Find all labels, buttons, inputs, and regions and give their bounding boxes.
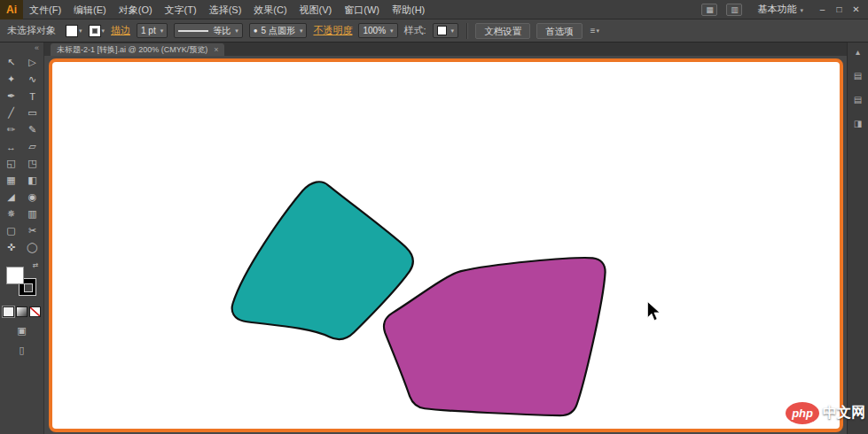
teal-shape[interactable] — [232, 182, 413, 339]
panel-icon-2[interactable]: ▤ — [854, 95, 862, 105]
stroke-panel-link[interactable]: 描边 — [111, 24, 130, 37]
minimize-button[interactable]: – — [814, 4, 831, 14]
paintbrush-tool[interactable]: ✏ — [1, 121, 22, 138]
document-tab[interactable]: 未标题-2-1 [转换].ai @ 200% (CMYK/预览) × — [51, 43, 224, 56]
menu-bar: Ai 文件(F)编辑(E)对象(O)文字(T)选择(S)效果(C)视图(V)窗口… — [0, 0, 868, 19]
right-dock: ▴▤▤◨ — [847, 43, 868, 434]
menu-item-0[interactable]: 文件(F) — [23, 0, 67, 19]
eyedropper-tool[interactable]: ◢ — [1, 189, 22, 205]
menu-item-2[interactable]: 对象(O) — [113, 0, 159, 19]
hand-tool[interactable]: ✜ — [1, 239, 22, 256]
screen-mode-icon[interactable]: ▯ — [19, 345, 24, 356]
artboard[interactable] — [49, 58, 843, 432]
fill-stroke-indicator: ⇄ — [5, 265, 39, 300]
control-options-menu[interactable]: ≡ ▾ — [589, 26, 599, 35]
stroke-width-combo[interactable]: 1 pt ▾ — [137, 23, 168, 38]
profile-line-icon — [178, 30, 208, 32]
shape-builder-tool[interactable]: ◱ — [1, 155, 22, 172]
draw-mode-icon[interactable]: ▣ — [17, 325, 26, 337]
fill-color-picker[interactable]: ▾ — [66, 25, 82, 37]
opacity-value: 100% — [363, 26, 386, 35]
selection-status: 未选择对象 — [7, 24, 56, 37]
menu-item-6[interactable]: 视图(V) — [293, 0, 339, 19]
fill-swatch — [66, 25, 78, 37]
close-button[interactable]: ✕ — [848, 4, 864, 14]
pencil-tool[interactable]: ✎ — [22, 121, 43, 138]
workspace-label: 基本功能 — [757, 4, 796, 14]
bridge-icon[interactable]: ▦ — [701, 4, 717, 16]
menu-item-7[interactable]: 窗口(W) — [338, 0, 386, 19]
toolbar-collapse-icon[interactable]: « — [30, 43, 43, 54]
menu-item-1[interactable]: 编辑(E) — [67, 0, 113, 19]
magenta-shape[interactable] — [384, 258, 606, 415]
canvas-background — [44, 56, 847, 434]
none-button[interactable] — [29, 306, 41, 317]
width-profile-value: 等比 — [213, 25, 231, 37]
fill-color-indicator[interactable] — [6, 267, 24, 284]
zoom-tool[interactable]: ◯ — [22, 239, 43, 256]
document-tab-bar: 未标题-2-1 [转换].ai @ 200% (CMYK/预览) × — [44, 43, 847, 56]
watermark-text: 中文网 — [823, 404, 865, 422]
perspective-grid-tool[interactable]: ◳ — [22, 155, 43, 172]
line-segment-tool[interactable]: ╱ — [1, 105, 22, 121]
rectangle-tool[interactable]: ▭ — [22, 105, 43, 121]
brush-dot-icon: ● — [254, 27, 258, 35]
symbol-sprayer-tool[interactable]: ✵ — [1, 205, 22, 222]
gradient-button[interactable] — [16, 306, 27, 317]
chevron-down-icon: ▾ — [800, 7, 803, 13]
options-icon: ≡ — [590, 26, 596, 35]
close-icon[interactable]: × — [214, 45, 218, 54]
width-profile-combo[interactable]: 等比 ▾ — [174, 23, 243, 38]
style-swatch — [437, 26, 447, 35]
illustrator-window: Ai 文件(F)编辑(E)对象(O)文字(T)选择(S)效果(C)视图(V)窗口… — [0, 0, 868, 434]
chevron-down-icon: ▾ — [300, 27, 303, 35]
document-tab-title: 未标题-2-1 [转换].ai @ 200% (CMYK/预览) — [57, 44, 207, 56]
panel-icon-1[interactable]: ▤ — [854, 71, 862, 81]
restore-button[interactable]: □ — [831, 4, 848, 14]
gradient-tool[interactable]: ◧ — [22, 172, 43, 189]
style-combo[interactable]: ▾ — [433, 23, 459, 38]
menu-bar-items: 文件(F)编辑(E)对象(O)文字(T)选择(S)效果(C)视图(V)窗口(W)… — [23, 0, 431, 19]
menu-item-8[interactable]: 帮助(H) — [386, 0, 431, 19]
preferences-button[interactable]: 首选项 — [536, 23, 583, 39]
color-button[interactable] — [3, 306, 14, 317]
chevron-down-icon: ▾ — [235, 27, 239, 35]
tools-panel: « ↖▷✦∿✒T╱▭✏✎↔▱◱◳▦◧◢◉✵▥▢✂✜◯ ⇄ ▣ ▯ — [0, 43, 44, 434]
panel-icon-3[interactable]: ◨ — [854, 119, 862, 128]
opacity-panel-link[interactable]: 不透明度 — [313, 24, 352, 37]
stroke-swatch — [89, 25, 101, 37]
php-badge: php — [786, 402, 819, 424]
selection-tool[interactable]: ↖ — [1, 54, 22, 71]
document-area: 未标题-2-1 [转换].ai @ 200% (CMYK/预览) × — [44, 43, 847, 434]
appbar-icons: ▦▥ — [697, 4, 747, 16]
mouse-cursor — [647, 302, 660, 321]
pen-tool[interactable]: ✒ — [1, 88, 22, 105]
brush-name: 5 点圆形 — [262, 25, 295, 37]
slice-tool[interactable]: ✂ — [22, 222, 43, 239]
workspace-switcher[interactable]: 基本功能▾ — [757, 3, 803, 16]
column-graph-tool[interactable]: ▥ — [22, 205, 43, 222]
direct-selection-tool[interactable]: ▷ — [22, 54, 43, 71]
lasso-tool[interactable]: ∿ — [22, 71, 43, 88]
menu-item-5[interactable]: 效果(C) — [247, 0, 293, 19]
brush-combo[interactable]: ● 5 点圆形 ▾ — [249, 23, 308, 38]
paint-buttons — [3, 306, 41, 317]
artboard-tool[interactable]: ▢ — [1, 222, 22, 239]
menu-item-3[interactable]: 文字(T) — [159, 0, 203, 19]
width-tool[interactable]: ↔ — [1, 138, 22, 155]
document-setup-button[interactable]: 文档设置 — [475, 23, 530, 39]
free-transform-tool[interactable]: ▱ — [22, 138, 43, 155]
swap-fill-stroke-icon[interactable]: ⇄ — [33, 261, 39, 269]
magic-wand-tool[interactable]: ✦ — [1, 71, 22, 88]
blend-tool[interactable]: ◉ — [22, 189, 43, 205]
opacity-combo[interactable]: 100% ▾ — [358, 23, 397, 38]
scroll-up-icon[interactable]: ▴ — [856, 47, 860, 57]
app-logo: Ai — [0, 0, 23, 19]
window-controls: –□✕ — [814, 4, 864, 14]
arrange-documents-icon[interactable]: ▥ — [726, 4, 742, 16]
type-tool[interactable]: T — [22, 88, 43, 105]
stroke-color-picker[interactable]: ▾ — [89, 25, 106, 37]
mesh-tool[interactable]: ▦ — [1, 172, 22, 189]
menu-item-4[interactable]: 选择(S) — [203, 0, 248, 19]
chevron-down-icon: ▾ — [102, 27, 106, 35]
